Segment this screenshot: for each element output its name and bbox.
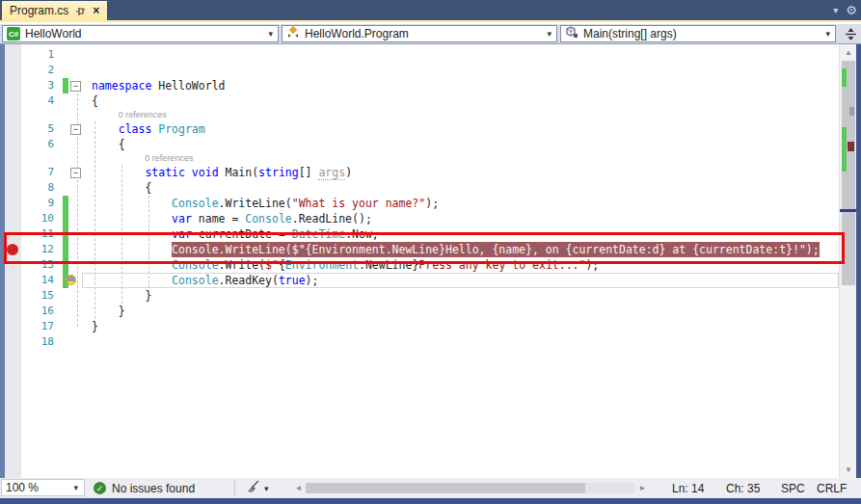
code-text[interactable]: { [82,180,839,196]
scroll-left-icon[interactable]: ◄ [292,481,305,495]
code-text[interactable]: { [82,137,839,152]
code-text[interactable]: class Program [82,121,839,137]
code-line-3[interactable]: 3−namespace HelloWorld [0,78,839,93]
horizontal-scrollbar-thumb[interactable] [306,483,585,493]
code-line-2[interactable]: 2 [0,63,839,78]
scroll-up-icon[interactable]: ▲ [840,45,857,60]
code-line-18[interactable]: 18 [0,334,839,350]
code-line-17[interactable]: 17} [0,319,839,334]
scrollbar-breakpoint-marker [848,142,854,151]
chevron-down-icon: ▾ [264,484,269,493]
fold-margin [68,211,82,226]
code-cleanup-button[interactable]: ▾ [246,480,269,496]
close-icon[interactable]: × [93,1,99,20]
status-column-number: Ch: 35 [726,478,760,498]
pin-icon[interactable] [75,6,86,16]
line-number: 5 [21,121,63,137]
code-lines: 123−namespace HelloWorld4{0 references5−… [0,47,839,350]
chevron-down-icon: ▾ [825,29,830,39]
fold-margin [68,109,82,121]
code-text[interactable] [82,334,839,350]
scrollbar-caret-marker [840,209,857,212]
zoom-level: 100 % [6,481,39,494]
split-editor-icon[interactable] [844,27,858,45]
code-text[interactable]: Console.WriteLine("What is your name?"); [82,196,839,211]
codelens-references[interactable]: 0 references [82,152,839,165]
line-number: 4 [21,93,63,109]
code-text[interactable] [82,63,839,78]
codelens-row: 0 references [0,152,839,165]
member-dropdown-label: Main(string[] args) [583,27,677,40]
code-text[interactable]: { [82,93,839,109]
issues-indicator[interactable]: ✓ No issues found [94,478,195,498]
codelens-references[interactable]: 0 references [82,109,839,121]
chevron-down-icon: ▾ [547,29,552,39]
fold-margin [68,47,82,63]
fold-margin [68,180,82,196]
fold-margin[interactable]: − [68,165,82,180]
csharp-project-icon: C# [7,27,20,40]
collapse-icon[interactable]: − [70,168,81,178]
chevron-down-icon[interactable]: ▾ [833,5,838,15]
code-text[interactable]: var name = Console.ReadLine(); [82,211,839,226]
line-number: 9 [21,196,63,211]
code-line-15[interactable]: 15 } [0,288,839,304]
annotation-highlight-box [4,232,845,264]
navigation-bar: C# HelloWorld ▾ HelloWorld.Program ▾ Mai… [0,24,861,44]
status-line-number: Ln: 14 [672,478,704,498]
code-line-7[interactable]: 7− static void Main(string[] args) [0,165,839,180]
code-line-10[interactable]: 10 var name = Console.ReadLine(); [0,211,839,226]
code-line-1[interactable]: 1 [0,47,839,63]
project-dropdown-label: HelloWorld [25,27,81,40]
code-text[interactable]: namespace HelloWorld [82,78,839,93]
fold-margin [68,319,82,334]
code-line-4[interactable]: 4{ [0,93,839,109]
line-number [21,152,63,165]
code-text[interactable]: Console.ReadKey(true); [82,273,839,288]
collapse-icon[interactable]: − [70,81,81,92]
code-line-6[interactable]: 6 { [0,137,839,152]
line-number: 17 [21,319,63,334]
scroll-right-icon[interactable]: ► [636,481,649,495]
status-line-ending: CRLF [817,478,847,498]
tab-program-cs[interactable]: Program.cs × [2,1,107,20]
status-spaces-mode: SPC [781,478,805,498]
line-number: 6 [21,137,63,152]
code-line-5[interactable]: 5− class Program [0,121,839,137]
code-text[interactable]: } [82,319,839,334]
code-text[interactable] [82,47,839,63]
scroll-down-icon[interactable]: ▼ [840,463,857,477]
member-dropdown[interactable]: Main(string[] args) ▾ [560,25,836,42]
scrollbar-change-marker [842,127,847,172]
window-border-bottom [0,498,861,504]
horizontal-scrollbar-track[interactable] [306,483,635,493]
code-editor[interactable]: 123−namespace HelloWorld4{0 references5−… [0,44,861,478]
horizontal-scrollbar[interactable]: ◄ ► [292,481,649,495]
editor-status-bar: 100 % ▾ ✓ No issues found ▾ ◄ ► Ln: 14 C… [0,478,861,498]
code-text[interactable]: static void Main(string[] args) [82,165,839,180]
line-number: 14 [21,273,63,288]
code-line-9[interactable]: 9 Console.WriteLine("What is your name?"… [0,196,839,211]
check-circle-icon: ✓ [94,482,106,494]
collapse-icon[interactable]: − [70,124,81,135]
fold-margin [68,137,82,152]
gear-icon[interactable]: ⚙ [846,4,857,16]
fold-margin [68,63,82,78]
line-number: 2 [21,63,63,78]
scrollbar-change-marker [842,68,847,87]
zoom-dropdown[interactable]: 100 % ▾ [1,479,85,496]
method-icon [565,26,578,41]
line-number: 1 [21,47,63,63]
fold-margin[interactable]: − [68,121,82,137]
code-line-8[interactable]: 8 { [0,180,839,196]
line-number [21,109,63,121]
fold-margin [68,196,82,211]
code-text[interactable]: } [82,288,839,304]
code-text[interactable]: } [82,304,839,319]
code-line-14[interactable]: 14 Console.ReadKey(true); [0,273,839,288]
fold-margin[interactable]: − [68,78,82,93]
code-line-16[interactable]: 16 } [0,304,839,319]
type-dropdown[interactable]: HelloWorld.Program ▾ [282,25,557,42]
fold-margin [68,93,82,109]
project-dropdown[interactable]: C# HelloWorld ▾ [2,25,279,42]
